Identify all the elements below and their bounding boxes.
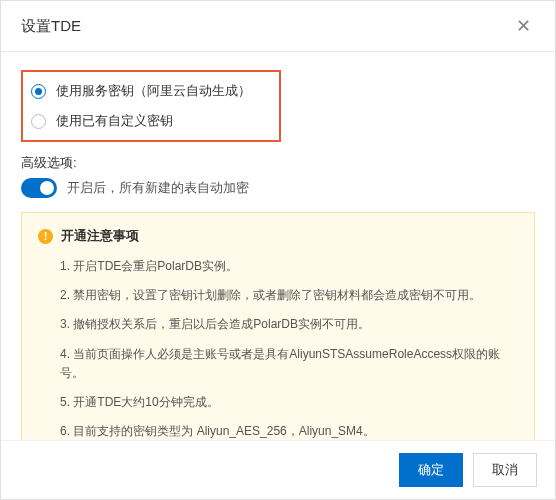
notice-item: 2. 禁用密钥，设置了密钥计划删除，或者删除了密钥材料都会造成密钥不可用。 [60, 286, 518, 305]
radio-label: 使用已有自定义密钥 [56, 112, 173, 130]
notice-header: ! 开通注意事项 [38, 227, 518, 245]
confirm-button[interactable]: 确定 [399, 453, 463, 487]
cancel-button[interactable]: 取消 [473, 453, 537, 487]
notice-item: 1. 开启TDE会重启PolarDB实例。 [60, 257, 518, 276]
radio-icon [31, 114, 46, 129]
auto-encrypt-toggle[interactable] [21, 178, 57, 198]
notice-item: 5. 开通TDE大约10分钟完成。 [60, 393, 518, 412]
radio-label: 使用服务密钥（阿里云自动生成） [56, 82, 251, 100]
advanced-row: 开启后，所有新建的表自动加密 [21, 178, 535, 198]
dialog-footer: 确定 取消 [1, 440, 555, 499]
alert-icon: ! [38, 229, 53, 244]
close-icon[interactable]: ✕ [512, 15, 535, 37]
notice-item: 4. 当前页面操作人必须是主账号或者是具有AliyunSTSAssumeRole… [60, 345, 518, 383]
toggle-description: 开启后，所有新建的表自动加密 [67, 179, 249, 197]
key-type-radio-group: 使用服务密钥（阿里云自动生成） 使用已有自定义密钥 [21, 70, 281, 142]
notice-item: 3. 撤销授权关系后，重启以后会造成PolarDB实例不可用。 [60, 315, 518, 334]
notice-box: ! 开通注意事项 1. 开启TDE会重启PolarDB实例。 2. 禁用密钥，设… [21, 212, 535, 440]
notice-title: 开通注意事项 [61, 227, 139, 245]
advanced-options-label: 高级选项: [21, 154, 535, 172]
dialog-title: 设置TDE [21, 17, 81, 36]
dialog-header: 设置TDE ✕ [1, 1, 555, 52]
dialog-body: 使用服务密钥（阿里云自动生成） 使用已有自定义密钥 高级选项: 开启后，所有新建… [1, 52, 555, 440]
notice-item: 6. 目前支持的密钥类型为 Aliyun_AES_256，Aliyun_SM4。 [60, 422, 518, 440]
radio-custom-key[interactable]: 使用已有自定义密钥 [31, 112, 271, 130]
notice-list: 1. 开启TDE会重启PolarDB实例。 2. 禁用密钥，设置了密钥计划删除，… [38, 257, 518, 440]
radio-icon [31, 84, 46, 99]
radio-service-key[interactable]: 使用服务密钥（阿里云自动生成） [31, 82, 271, 100]
toggle-knob [40, 181, 54, 195]
